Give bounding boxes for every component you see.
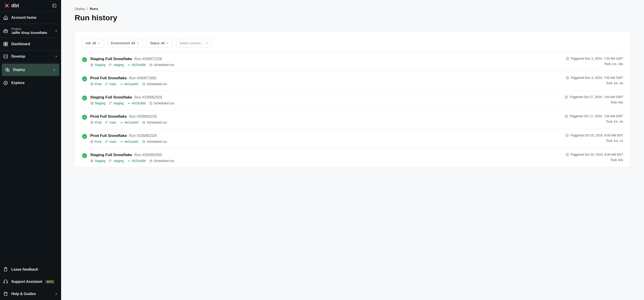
run-environment[interactable]: Staging <box>90 101 105 105</box>
run-number: Run #340072106 <box>134 57 162 61</box>
branch-icon <box>109 102 112 105</box>
run-commit[interactable]: #323cd5d <box>128 159 146 163</box>
sidebar-item-help[interactable]: Help & Guides <box>0 288 61 300</box>
commit-icon <box>120 82 123 86</box>
run-row[interactable]: Staging Full Snowflake Run #338062928 St… <box>82 90 623 110</box>
run-branch[interactable]: staging <box>109 63 124 67</box>
branch-icon <box>109 159 112 163</box>
run-branch[interactable]: main <box>105 82 116 86</box>
filter-value: All <box>92 41 96 45</box>
chevron-down-icon <box>98 42 100 45</box>
run-triggered-time: Triggered Oct 20, 2024, 8:00 AM BST <box>566 153 623 156</box>
run-environment[interactable]: Prod <box>90 121 102 124</box>
svg-rect-5 <box>6 42 8 44</box>
svg-point-86 <box>121 141 122 142</box>
svg-point-54 <box>110 104 110 105</box>
chevron-down-icon <box>205 42 208 45</box>
run-number: Run #335882328 <box>129 134 157 138</box>
sidebar-item-deploy[interactable]: Deploy <box>2 64 59 76</box>
chevron-down-icon <box>136 42 140 45</box>
branch-icon <box>105 121 108 124</box>
logo[interactable]: dbt <box>4 3 19 9</box>
deploy-icon <box>5 67 10 72</box>
filter-value: All <box>131 41 135 45</box>
run-duration: Took 1m, 18s <box>604 62 623 66</box>
run-commit[interactable]: #323cd5d <box>128 63 146 67</box>
run-number: Run #338062928 <box>134 95 162 99</box>
run-commit[interactable]: #e21ae92 <box>120 140 138 143</box>
headset-icon <box>3 279 8 284</box>
svg-rect-104 <box>150 160 152 162</box>
filter-environment[interactable]: Environment All <box>108 39 143 47</box>
status-success-icon <box>82 153 87 158</box>
chevron-down-icon <box>166 42 169 45</box>
run-list: Staging Full Snowflake Run #340072106 St… <box>75 52 630 167</box>
breadcrumb: Deploy / Runs <box>75 7 630 11</box>
sidebar-item-dashboard[interactable]: Dashboard <box>0 38 61 50</box>
sidebar-item-feedback[interactable]: Leave feedback <box>0 263 61 276</box>
run-commit[interactable]: #e21ae92 <box>120 82 138 86</box>
breadcrumb-deploy[interactable]: Deploy <box>75 7 85 11</box>
filter-label: Job <box>86 41 91 45</box>
run-trigger-type: Scheduled run <box>149 101 174 105</box>
run-history-card: Job All Environment All Status All Selec… <box>75 31 630 167</box>
run-environment[interactable]: Prod <box>90 140 102 143</box>
filter-version[interactable]: Select version... <box>176 39 212 47</box>
calendar-icon <box>142 82 146 86</box>
run-branch[interactable]: staging <box>109 159 124 163</box>
main-content: Deploy / Runs Run history Job All Enviro… <box>61 0 644 300</box>
run-name: Staging Full Snowflake <box>90 57 132 61</box>
sidebar-item-explore[interactable]: Explore <box>0 77 61 89</box>
chevron-right-icon <box>54 29 58 33</box>
run-row[interactable]: Prod Full Snowflake Run #340071891 Prod … <box>82 71 623 90</box>
filter-label: Status <box>150 41 160 45</box>
run-triggered-time: Triggered Nov 3, 2024, 7:00 AM GMT <box>566 76 623 80</box>
filter-status[interactable]: Status All <box>146 39 172 47</box>
run-row[interactable]: Staging Full Snowflake Run #335882055 St… <box>82 148 623 167</box>
sidebar-item-support[interactable]: Support Assistant BETA <box>0 276 61 288</box>
run-number: Run #335882055 <box>134 153 162 157</box>
svg-rect-4 <box>4 42 6 44</box>
beta-badge: BETA <box>45 280 54 283</box>
sidebar-item-project[interactable]: Project Jaffle Shop Snowflake <box>0 24 61 38</box>
svg-point-11 <box>4 81 8 85</box>
run-commit[interactable]: #e21ae92 <box>120 121 138 124</box>
run-branch[interactable]: staging <box>109 101 124 105</box>
run-row[interactable]: Prod Full Snowflake Run #338062233 Prod … <box>82 110 623 129</box>
run-environment[interactable]: Prod <box>90 82 102 86</box>
svg-point-25 <box>111 64 112 64</box>
chevron-right-icon <box>54 55 58 58</box>
run-commit[interactable]: #323cd5d <box>128 101 146 105</box>
environment-icon <box>90 159 94 163</box>
run-environment[interactable]: Staging <box>90 159 105 163</box>
run-name: Staging Full Snowflake <box>90 153 132 157</box>
run-branch[interactable]: main <box>105 121 116 124</box>
run-duration: Took 40s <box>610 158 623 162</box>
briefcase-icon <box>3 29 8 34</box>
svg-point-84 <box>106 142 106 143</box>
run-branch[interactable]: main <box>105 140 116 143</box>
branch-icon <box>105 82 108 86</box>
run-duration: Took 1m, 4s <box>606 81 623 85</box>
sidebar-item-develop[interactable]: Develop <box>0 50 61 63</box>
svg-rect-17 <box>4 292 7 296</box>
sidebar-collapse-button[interactable] <box>51 3 58 9</box>
branch-icon <box>105 140 108 143</box>
nav-label: Dashboard <box>11 42 30 46</box>
run-trigger-type: Scheduled run <box>142 121 167 124</box>
sidebar-item-account-home[interactable]: Account home <box>0 12 61 24</box>
status-success-icon <box>82 96 87 100</box>
nav-label: Leave feedback <box>11 267 38 271</box>
run-environment[interactable]: Staging <box>90 63 105 67</box>
run-row[interactable]: Staging Full Snowflake Run #340072106 St… <box>82 52 623 71</box>
run-name: Prod Full Snowflake <box>90 133 127 138</box>
svg-rect-16 <box>7 282 8 283</box>
environment-icon <box>90 102 94 105</box>
svg-point-101 <box>128 160 130 161</box>
filter-job[interactable]: Job All <box>82 39 104 47</box>
clock-icon <box>565 114 568 118</box>
sidebar: dbt Account home Project Jaffle Shop Sno… <box>0 0 61 300</box>
svg-marker-12 <box>5 82 6 84</box>
environment-icon <box>90 82 94 86</box>
run-row[interactable]: Prod Full Snowflake Run #335882328 Prod … <box>82 129 623 148</box>
